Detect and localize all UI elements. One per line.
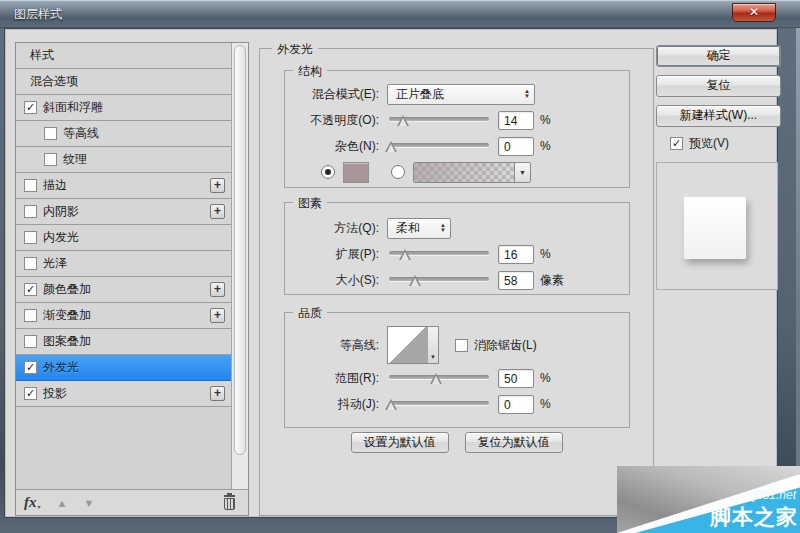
layer-style-dialog: 样式混合选项✓斜面和浮雕等高线纹理描边+内阴影+内发光光泽✓颜色叠加+渐变叠加+…	[4, 28, 778, 518]
sidebar-item-label: 斜面和浮雕	[43, 99, 103, 116]
slider-track	[389, 143, 489, 147]
ok-button[interactable]: 确定	[656, 45, 781, 67]
sidebar-item-10[interactable]: 渐变叠加+	[16, 303, 231, 329]
jitter-row: 抖动(J): 0 %	[285, 391, 629, 417]
sidebar-item-13[interactable]: ✓投影+	[16, 381, 231, 407]
new-style-button[interactable]: 新建样式(W)...	[656, 105, 781, 127]
sidebar-item-4[interactable]: 纹理	[16, 147, 231, 173]
add-effect-button[interactable]: +	[210, 178, 225, 193]
jitter-label: 抖动(J):	[291, 396, 379, 413]
sidebar-item-6[interactable]: 内阴影+	[16, 199, 231, 225]
noise-label: 杂色(N):	[291, 138, 379, 155]
sidebar-item-label: 等高线	[63, 125, 99, 142]
sidebar-item-label: 混合选项	[30, 73, 78, 90]
sidebar-item-label: 渐变叠加	[43, 307, 91, 324]
combo-down-icon: ▼	[524, 94, 530, 99]
sidebar-scrollbar[interactable]	[231, 43, 248, 489]
make-default-button[interactable]: 设置为默认值	[351, 432, 449, 453]
style-enable-checkbox[interactable]	[24, 309, 37, 322]
reset-default-button[interactable]: 复位为默认值	[465, 432, 563, 453]
slider-thumb[interactable]	[399, 249, 411, 260]
move-effect-up-icon[interactable]: ▲	[57, 497, 68, 509]
sidebar-item-1[interactable]: 混合选项	[16, 69, 231, 95]
preview-checkbox[interactable]: ✓	[670, 137, 683, 150]
add-effect-button[interactable]: +	[210, 282, 225, 297]
preview-row: ✓ 预览(V)	[670, 135, 781, 152]
size-slider[interactable]	[389, 273, 489, 287]
slider-thumb[interactable]	[409, 275, 421, 286]
slider-thumb[interactable]	[385, 399, 397, 410]
slider-track	[389, 401, 489, 405]
style-enable-checkbox[interactable]	[44, 153, 57, 166]
range-slider[interactable]	[389, 371, 489, 385]
gradient-radio[interactable]	[391, 165, 405, 179]
slider-thumb[interactable]	[397, 115, 409, 126]
range-input[interactable]: 50	[498, 369, 534, 388]
jitter-input[interactable]: 0	[498, 395, 534, 414]
slider-thumb[interactable]	[430, 373, 442, 384]
style-enable-checkbox[interactable]	[44, 127, 57, 140]
sidebar-item-8[interactable]: 光泽	[16, 251, 231, 277]
fx-menu-icon[interactable]: fx	[24, 494, 37, 511]
spread-slider[interactable]	[389, 247, 489, 261]
technique-select[interactable]: 柔和 ▲ ▼	[387, 218, 451, 239]
style-enable-checkbox[interactable]: ✓	[24, 283, 37, 296]
contour-dropdown-icon[interactable]: ▼	[427, 327, 438, 363]
sidebar-item-7[interactable]: 内发光	[16, 225, 231, 251]
opacity-slider[interactable]	[389, 113, 489, 127]
slider-thumb[interactable]	[385, 141, 397, 152]
style-enable-checkbox[interactable]	[24, 179, 37, 192]
sidebar-item-5[interactable]: 描边+	[16, 173, 231, 199]
technique-value: 柔和	[396, 220, 436, 237]
noise-row: 杂色(N): 0 %	[285, 133, 629, 159]
opacity-row: 不透明度(O): 14 %	[285, 107, 629, 133]
contour-picker[interactable]: ▼	[387, 326, 439, 364]
sidebar-item-2[interactable]: ✓斜面和浮雕	[16, 95, 231, 121]
delete-effect-icon[interactable]	[223, 495, 236, 510]
panel-title: 外发光	[272, 41, 318, 58]
add-effect-button[interactable]: +	[210, 386, 225, 401]
style-enable-checkbox[interactable]: ✓	[24, 361, 37, 374]
size-input[interactable]: 58	[498, 271, 534, 290]
style-enable-checkbox[interactable]: ✓	[24, 387, 37, 400]
glow-color-swatch[interactable]	[343, 162, 369, 183]
noise-input[interactable]: 0	[498, 137, 534, 156]
jitter-slider[interactable]	[389, 397, 489, 411]
reset-button[interactable]: 复位	[656, 75, 781, 97]
solid-color-radio[interactable]	[321, 165, 335, 179]
fx-caret-icon: ▾	[38, 503, 41, 510]
noise-slider[interactable]	[389, 139, 489, 153]
gradient-picker[interactable]: ▼	[413, 162, 531, 183]
titlebar[interactable]: 图层样式 ✕	[0, 0, 800, 28]
opacity-input[interactable]: 14	[498, 111, 534, 130]
style-enable-checkbox[interactable]	[24, 257, 37, 270]
style-enable-checkbox[interactable]	[24, 205, 37, 218]
sidebar-item-12[interactable]: ✓外发光	[16, 355, 231, 381]
blend-mode-value: 正片叠底	[396, 86, 520, 103]
style-enable-checkbox[interactable]: ✓	[24, 101, 37, 114]
sidebar-item-9[interactable]: ✓颜色叠加+	[16, 277, 231, 303]
add-effect-button[interactable]: +	[210, 308, 225, 323]
slider-track	[389, 277, 489, 281]
watermark-site-name: 脚本之家	[710, 503, 798, 531]
antialias-label: 消除锯齿(L)	[474, 337, 537, 354]
sidebar-item-0[interactable]: 样式	[16, 43, 231, 69]
add-effect-button[interactable]: +	[210, 204, 225, 219]
style-enable-checkbox[interactable]	[24, 335, 37, 348]
sidebar-item-3[interactable]: 等高线	[16, 121, 231, 147]
style-enable-checkbox[interactable]	[24, 231, 37, 244]
close-button[interactable]: ✕	[732, 3, 776, 22]
scrollbar-thumb[interactable]	[234, 45, 246, 455]
antialias-checkbox[interactable]	[455, 339, 468, 352]
contour-thumbnail	[388, 327, 427, 363]
sidebar-item-label: 图案叠加	[43, 333, 91, 350]
quality-group: 品质 等高线: ▼ 消除锯齿(L) 范围(R): 50	[284, 312, 630, 428]
blend-mode-select[interactable]: 正片叠底 ▲ ▼	[387, 84, 535, 105]
gradient-dropdown-icon[interactable]: ▼	[514, 163, 530, 182]
spread-input[interactable]: 16	[498, 245, 534, 264]
window-title: 图层样式	[14, 6, 62, 23]
preview-label: 预览(V)	[689, 135, 729, 152]
move-effect-down-icon[interactable]: ▼	[83, 497, 94, 509]
sidebar-item-label: 内发光	[43, 229, 79, 246]
sidebar-item-11[interactable]: 图案叠加	[16, 329, 231, 355]
